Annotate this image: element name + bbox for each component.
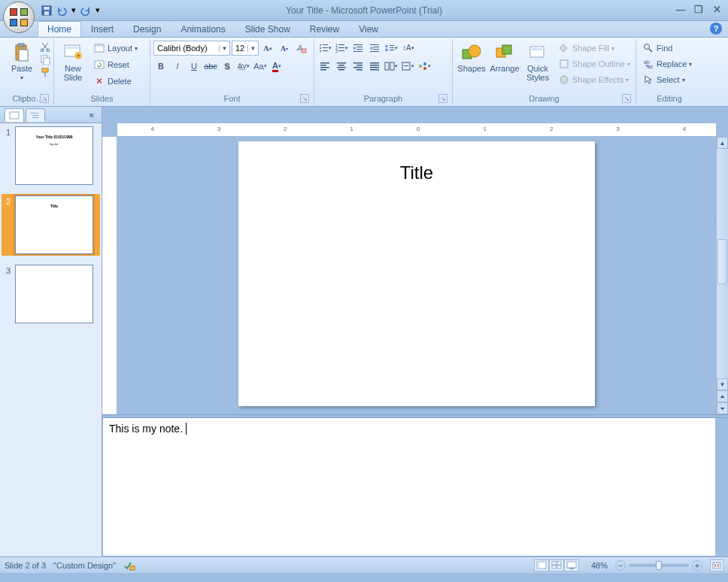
tab-design[interactable]: Design: [123, 21, 171, 37]
clipboard-launcher-icon[interactable]: ↘: [40, 94, 49, 103]
reset-button[interactable]: Reset: [90, 57, 141, 72]
align-right-button[interactable]: [350, 59, 366, 74]
font-family-combo[interactable]: ▼: [153, 41, 230, 56]
grow-font-button[interactable]: A▴: [260, 41, 275, 56]
drawing-launcher-icon[interactable]: ↘: [622, 94, 631, 103]
slideshow-view-button[interactable]: [564, 559, 579, 571]
shape-fill-button[interactable]: Shape Fill ▾: [555, 41, 633, 56]
notes-pane[interactable]: This is my note.: [102, 418, 716, 556]
shadow-button[interactable]: S: [220, 59, 235, 74]
zoom-out-button[interactable]: −: [615, 560, 626, 571]
format-painter-icon[interactable]: [39, 66, 51, 78]
change-case-button[interactable]: Aa▾: [253, 59, 268, 74]
paragraph-launcher-icon[interactable]: ↘: [438, 94, 447, 103]
prev-slide-icon[interactable]: ⏶: [717, 390, 728, 402]
zoom-value[interactable]: 48%: [591, 561, 608, 570]
font-size-input[interactable]: [232, 44, 247, 53]
sorter-view-button[interactable]: [549, 559, 564, 571]
next-slide-icon[interactable]: ⏷: [717, 402, 728, 414]
slides-panel[interactable]: 1 Your Title 01/01/1999 by me 2 Title 3: [0, 123, 102, 556]
strikethrough-button[interactable]: abc: [203, 59, 218, 74]
slide[interactable]: Title: [238, 141, 595, 406]
thumbnail-row[interactable]: 2 Title: [2, 194, 100, 256]
copy-icon[interactable]: [39, 53, 51, 65]
zoom-track[interactable]: [629, 564, 689, 567]
numbering-button[interactable]: 123▾: [334, 41, 349, 56]
bullets-button[interactable]: ▾: [317, 41, 332, 56]
select-button[interactable]: Select ▾: [639, 72, 695, 87]
panel-close-icon[interactable]: ×: [89, 111, 94, 120]
slide-title-text[interactable]: Title: [238, 162, 595, 183]
vertical-scrollbar[interactable]: ▲ ▼ ⏶ ⏷: [716, 137, 728, 414]
slide-canvas-area[interactable]: Title: [117, 137, 716, 414]
increase-indent-button[interactable]: [367, 41, 382, 56]
bold-button[interactable]: B: [153, 59, 168, 74]
text-direction-button[interactable]: ↕A▾: [400, 41, 415, 56]
minimize-button[interactable]: —: [674, 3, 687, 15]
thumbnail[interactable]: Your Title 01/01/1999 by me: [15, 126, 93, 185]
qat-customize-icon[interactable]: ▾: [95, 5, 101, 17]
delete-button[interactable]: ✕Delete: [90, 74, 141, 89]
align-center-button[interactable]: [334, 59, 349, 74]
slides-tab[interactable]: [5, 108, 24, 122]
scroll-down-icon[interactable]: ▼: [717, 378, 728, 390]
vertical-ruler[interactable]: [102, 137, 117, 414]
layout-button[interactable]: Layout ▾: [90, 41, 141, 56]
shape-outline-button[interactable]: Shape Outline ▾: [555, 56, 633, 71]
new-slide-button[interactable]: ✶ New Slide: [57, 41, 89, 84]
tab-animations[interactable]: Animations: [171, 21, 235, 37]
thumbnail[interactable]: [15, 265, 93, 323]
line-spacing-button[interactable]: ▾: [384, 41, 399, 56]
tab-slideshow[interactable]: Slide Show: [235, 21, 300, 37]
undo-dropdown-icon[interactable]: ▾: [71, 5, 77, 17]
zoom-handle[interactable]: [656, 561, 662, 570]
save-icon[interactable]: [41, 5, 53, 17]
normal-view-button[interactable]: [534, 559, 549, 571]
close-button[interactable]: ✕: [710, 3, 723, 15]
smartart-button[interactable]: ▾: [417, 59, 432, 74]
font-launcher-icon[interactable]: ↘: [300, 94, 309, 103]
tab-review[interactable]: Review: [300, 21, 349, 37]
justify-button[interactable]: [367, 59, 382, 74]
italic-button[interactable]: I: [170, 59, 185, 74]
char-spacing-button[interactable]: A͟V▾: [236, 59, 251, 74]
font-family-input[interactable]: [154, 44, 219, 53]
zoom-slider[interactable]: − +: [615, 560, 702, 571]
thumbnail-row[interactable]: 3: [3, 265, 99, 323]
shape-effects-button[interactable]: Shape Effects ▾: [555, 72, 633, 87]
align-left-button[interactable]: [317, 59, 332, 74]
arrange-button[interactable]: Arrange: [489, 41, 520, 75]
outline-tab[interactable]: [26, 108, 45, 122]
chevron-down-icon[interactable]: ▼: [247, 45, 258, 52]
scrollbar-thumb[interactable]: [717, 239, 727, 284]
cut-icon[interactable]: [39, 41, 51, 53]
tab-insert[interactable]: Insert: [81, 21, 123, 37]
shrink-font-button[interactable]: A▾: [277, 41, 292, 56]
scroll-up-icon[interactable]: ▲: [717, 137, 728, 149]
font-color-button[interactable]: A▾: [269, 59, 284, 74]
thumbnail[interactable]: Title: [15, 196, 93, 254]
chevron-down-icon[interactable]: ▼: [219, 45, 229, 52]
tab-view[interactable]: View: [349, 21, 388, 37]
horizontal-ruler[interactable]: 432101234: [117, 123, 716, 137]
help-icon[interactable]: ?: [710, 23, 722, 35]
font-size-combo[interactable]: ▼: [232, 41, 259, 56]
tab-home[interactable]: Home: [38, 21, 81, 37]
thumbnail-row[interactable]: 1 Your Title 01/01/1999 by me: [3, 126, 99, 185]
replace-button[interactable]: abacReplace ▾: [639, 56, 695, 71]
restore-button[interactable]: ❐: [692, 3, 705, 15]
columns-button[interactable]: ▾: [384, 59, 399, 74]
clear-formatting-button[interactable]: A: [293, 41, 308, 56]
quick-styles-button[interactable]: Quick Styles: [522, 41, 554, 84]
shapes-button[interactable]: Shapes: [456, 41, 487, 75]
paste-button[interactable]: Paste ▾: [6, 41, 38, 83]
notes-text[interactable]: This is my note.: [109, 423, 183, 435]
find-button[interactable]: Find: [639, 41, 695, 56]
undo-icon[interactable]: [56, 5, 68, 17]
fit-to-window-button[interactable]: [710, 559, 723, 571]
office-button[interactable]: [3, 2, 35, 33]
align-text-button[interactable]: ▾: [400, 59, 415, 74]
spellcheck-icon[interactable]: [123, 560, 135, 571]
redo-icon[interactable]: [80, 5, 92, 17]
decrease-indent-button[interactable]: [350, 41, 366, 56]
